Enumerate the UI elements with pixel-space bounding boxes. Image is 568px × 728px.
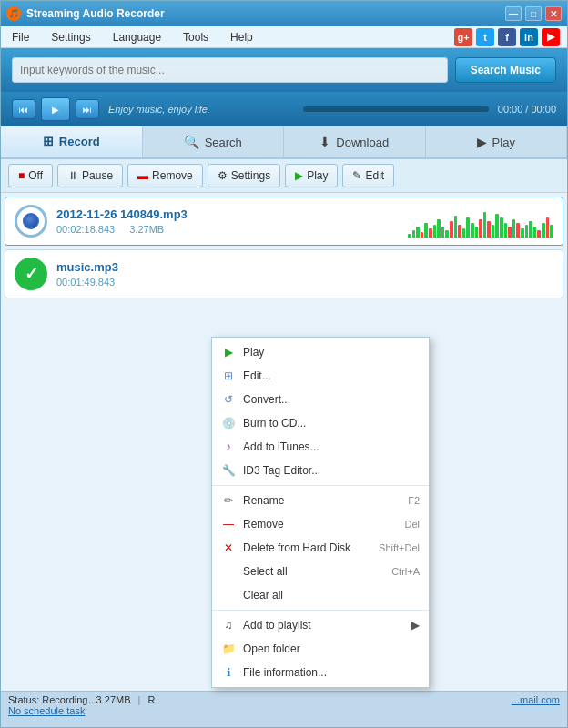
burn-context-icon: 💿: [221, 416, 236, 430]
tab-search[interactable]: 🔍 Search: [143, 126, 285, 157]
remove-label: Remove: [152, 169, 193, 182]
wave-bar: [445, 230, 449, 238]
selectall-context-label: Select all: [243, 565, 288, 578]
context-menu-item-play[interactable]: ▶Play: [212, 340, 429, 364]
context-menu-item-edit[interactable]: ⊞Edit...: [212, 364, 429, 388]
file-meta-2: 00:01:49.843: [56, 277, 553, 288]
off-button[interactable]: ■ Off: [8, 164, 53, 187]
menu-settings[interactable]: Settings: [47, 29, 94, 46]
context-menu-item-id3[interactable]: 🔧ID3 Tag Editor...: [212, 459, 429, 482]
tab-play-label: Play: [492, 136, 515, 149]
wave-bar: [525, 225, 529, 238]
menu-language[interactable]: Language: [109, 29, 165, 46]
context-menu-item-playlist[interactable]: ♫Add to playlist▶: [212, 613, 429, 637]
maximize-button[interactable]: □: [525, 6, 542, 21]
wave-bar: [412, 230, 416, 238]
delete-context-icon: ✕: [221, 541, 236, 555]
context-menu-item-selectall[interactable]: Select allCtrl+A: [212, 560, 429, 583]
social-google[interactable]: g+: [454, 28, 472, 46]
playlist-context-icon: ♫: [221, 618, 236, 632]
pause-label: Pause: [82, 169, 113, 182]
next-button[interactable]: ⏭: [76, 99, 99, 119]
play-context-label: Play: [243, 346, 264, 359]
wave-bar: [454, 216, 458, 238]
download-tab-icon: ⬇: [320, 135, 330, 149]
tab-record[interactable]: ⊞ Record: [1, 126, 143, 157]
file-info-1: 2012-11-26 140849.mp3 00:02:18.843 3.27M…: [56, 207, 399, 235]
wave-bar: [441, 227, 445, 238]
wave-bar: [512, 219, 516, 238]
pause-button[interactable]: ⏸ Pause: [57, 164, 123, 187]
social-twitter[interactable]: t: [476, 28, 494, 46]
toolbar: ■ Off ⏸ Pause ▬ Remove ⚙ Settings ▶ Play…: [1, 159, 567, 193]
menu-help[interactable]: Help: [227, 29, 257, 46]
rename-context-label: Rename: [243, 494, 284, 507]
context-menu-separator: [212, 485, 429, 486]
social-facebook[interactable]: f: [498, 28, 516, 46]
context-menu-item-remove[interactable]: —RemoveDel: [212, 512, 429, 536]
prev-button[interactable]: ⏮: [12, 99, 36, 119]
wave-bar: [408, 234, 411, 238]
context-menu-item-itunes[interactable]: ♪Add to iTunes...: [212, 435, 429, 459]
off-icon: ■: [18, 169, 25, 182]
wave-bar: [479, 219, 482, 238]
edit-button[interactable]: ✎ Edit: [342, 164, 394, 187]
play-pause-button[interactable]: ▶: [41, 97, 70, 121]
file-item-2[interactable]: ✓ music.mp3 00:01:49.843: [5, 249, 563, 298]
id3-context-icon: 🔧: [221, 463, 236, 478]
edit-icon: ✎: [352, 169, 361, 182]
minimize-button[interactable]: —: [505, 6, 522, 21]
waveform-1: [408, 205, 553, 238]
play-button[interactable]: ▶ Play: [285, 164, 338, 187]
context-menu-item-openfolder[interactable]: 📁Open folder: [212, 637, 429, 661]
close-button[interactable]: ✕: [545, 6, 562, 21]
remove-shortcut: Del: [404, 519, 420, 530]
file-name-1: 2012-11-26 140849.mp3: [56, 207, 399, 221]
context-menu-item-fileinfo[interactable]: ℹFile information...: [212, 661, 429, 684]
remove-context-icon: —: [221, 517, 236, 531]
rename-context-icon: ✏: [221, 493, 236, 508]
wave-bar: [542, 223, 545, 238]
email-link[interactable]: ...mail.com: [512, 694, 560, 705]
status-separator: |: [138, 694, 141, 705]
playlist-submenu-arrow: ▶: [411, 619, 420, 632]
context-menu-item-burn[interactable]: 💿Burn to CD...: [212, 411, 429, 435]
wave-bar: [516, 223, 520, 238]
context-menu-item-delete[interactable]: ✕Delete from Hard DiskShift+Del: [212, 536, 429, 560]
play-context-icon: ▶: [221, 345, 236, 359]
tab-play[interactable]: ▶ Play: [426, 126, 568, 157]
tab-download[interactable]: ⬇ Download: [284, 126, 426, 157]
context-menu-item-convert[interactable]: ↺Convert...: [212, 388, 429, 411]
status-text: Status: Recording...3.27MB: [8, 694, 131, 705]
wave-bar: [487, 221, 491, 238]
social-icons: g+ t f in ▶: [454, 28, 560, 46]
file-size-1: 3.27MB: [129, 224, 164, 235]
context-menu-item-clearall[interactable]: Clear all: [212, 583, 429, 607]
search-input[interactable]: [12, 57, 448, 83]
player-tagline: Enjoy music, enjoy life.: [108, 104, 294, 115]
play-label: Play: [307, 169, 328, 182]
context-menu-item-rename[interactable]: ✏RenameF2: [212, 489, 429, 512]
openfolder-context-icon: 📁: [221, 642, 236, 656]
search-music-button[interactable]: Search Music: [455, 57, 556, 83]
itunes-context-icon: ♪: [221, 440, 236, 454]
wave-bar: [495, 214, 499, 238]
off-label: Off: [28, 169, 43, 182]
social-linkedin[interactable]: in: [520, 28, 538, 46]
file-item-1[interactable]: 2012-11-26 140849.mp3 00:02:18.843 3.27M…: [5, 197, 563, 246]
menu-file[interactable]: File: [8, 29, 33, 46]
player-bar: ⏮ ▶ ⏭ Enjoy music, enjoy life. 00:00 / 0…: [1, 92, 567, 126]
social-youtube[interactable]: ▶: [542, 28, 560, 46]
openfolder-context-label: Open folder: [243, 642, 300, 655]
menu-tools[interactable]: Tools: [179, 29, 212, 46]
player-progress-bar[interactable]: [303, 106, 489, 112]
no-schedule-link[interactable]: No schedule task: [8, 705, 560, 716]
play-tab-icon: ▶: [477, 135, 487, 149]
wave-bar: [471, 223, 474, 238]
remove-button[interactable]: ▬ Remove: [127, 164, 203, 187]
play-icon: ▶: [295, 169, 303, 182]
search-tab-icon: 🔍: [184, 135, 199, 149]
settings-icon: ⚙: [218, 169, 228, 182]
settings-button[interactable]: ⚙ Settings: [208, 164, 280, 187]
player-time: 00:00 / 00:00: [498, 104, 556, 115]
